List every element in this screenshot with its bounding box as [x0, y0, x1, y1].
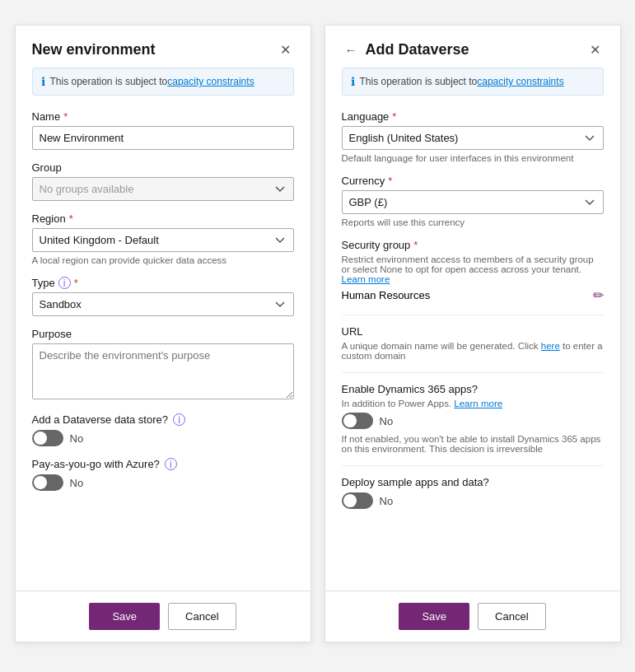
deploy-sample-toggle[interactable]: [342, 492, 373, 509]
group-label: Group: [32, 161, 294, 174]
security-group-label: Security group *: [342, 239, 604, 251]
region-field-group: Region * United Kingdom - Default A loca…: [32, 212, 294, 265]
region-required: *: [69, 212, 73, 225]
security-group-value: Human Resources: [342, 289, 431, 301]
enable-dynamics-toggle-row: No: [342, 413, 604, 429]
purpose-label: Purpose: [32, 328, 294, 340]
right-panel-title: Add Dataverse: [366, 41, 469, 58]
right-panel-footer: Save Cancel: [325, 590, 620, 642]
url-label: URL: [342, 325, 604, 338]
name-field-group: Name *: [32, 110, 294, 150]
currency-hint: Reports will use this currency: [342, 217, 604, 227]
url-here-link[interactable]: here: [541, 341, 560, 351]
right-panel-body: Language * English (United States) Defau…: [325, 104, 620, 590]
type-field-group: Type i * Sandbox: [32, 277, 294, 316]
deploy-sample-toggle-row: No: [342, 492, 604, 509]
purpose-field-group: Purpose: [32, 328, 294, 402]
enable-dynamics-warning: If not enabled, you won't be able to ins…: [342, 434, 604, 454]
right-panel-header: ← Add Dataverse ✕: [325, 26, 620, 68]
payasyougo-info-icon[interactable]: i: [165, 458, 177, 470]
language-select[interactable]: English (United States): [342, 126, 604, 150]
right-info-bar: ℹ This operation is subject to capacity …: [342, 68, 604, 96]
type-info-icon[interactable]: i: [58, 277, 71, 289]
currency-label: Currency *: [342, 175, 604, 187]
deploy-sample-label: Deploy sample apps and data?: [342, 476, 604, 488]
dataverse-toggle[interactable]: [32, 430, 63, 446]
dataverse-label-row: Add a Dataverse data store? i: [32, 413, 294, 426]
right-capacity-link[interactable]: capacity constraints: [477, 76, 563, 87]
url-description: A unique domain name will be generated. …: [342, 341, 604, 361]
currency-select[interactable]: GBP (£): [342, 190, 604, 214]
name-required: *: [63, 110, 68, 123]
type-required: *: [74, 277, 78, 289]
left-panel-title: New environment: [32, 41, 156, 58]
left-save-button[interactable]: Save: [89, 603, 160, 630]
back-button[interactable]: ←: [342, 41, 361, 58]
payasyougo-toggle-group: Pay-as-you-go with Azure? i No: [32, 458, 294, 491]
security-group-required: *: [413, 239, 418, 251]
left-info-bar: ℹ This operation is subject to capacity …: [32, 68, 294, 96]
left-cancel-button[interactable]: Cancel: [168, 603, 236, 630]
enable-dynamics-toggle[interactable]: [342, 413, 373, 429]
currency-field-group: Currency * GBP (£) Reports will use this…: [342, 175, 604, 227]
info-icon-left: ℹ: [41, 75, 45, 88]
enable-dynamics-field-group: Enable Dynamics 365 apps? In addition to…: [342, 383, 604, 454]
new-environment-panel: New environment ✕ ℹ This operation is su…: [15, 25, 311, 642]
url-field-group: URL A unique domain name will be generat…: [342, 325, 604, 361]
language-hint: Default language for user interfaces in …: [342, 153, 604, 163]
left-panel-header: New environment ✕: [16, 26, 310, 68]
deploy-sample-toggle-label: No: [380, 495, 394, 507]
region-select[interactable]: United Kingdom - Default: [32, 228, 294, 252]
edit-security-group-icon[interactable]: ✏: [593, 287, 604, 303]
region-hint: A local region can provide quicker data …: [32, 255, 294, 265]
dataverse-toggle-group: Add a Dataverse data store? i No: [32, 413, 294, 446]
enable-dynamics-toggle-label: No: [380, 415, 394, 427]
name-label: Name *: [32, 110, 294, 123]
region-label: Region *: [32, 212, 294, 225]
right-panel-close-button[interactable]: ✕: [586, 40, 604, 59]
right-panel-header-left: ← Add Dataverse: [342, 41, 469, 58]
enable-dynamics-desc: In addition to Power Apps. Learn more: [342, 399, 604, 408]
security-group-value-row: Human Resources ✏: [342, 287, 604, 303]
payasyougo-toggle-label: No: [70, 477, 84, 489]
dataverse-info-icon[interactable]: i: [173, 413, 185, 426]
language-required: *: [392, 110, 396, 123]
security-group-field-group: Security group * Restrict environment ac…: [342, 239, 604, 303]
security-group-desc: Restrict environment access to members o…: [342, 254, 604, 284]
group-select[interactable]: No groups available: [32, 177, 294, 201]
group-field-group: Group No groups available: [32, 161, 294, 201]
left-info-text: This operation is subject to: [50, 76, 168, 87]
language-field-group: Language * English (United States) Defau…: [342, 110, 604, 163]
dataverse-toggle-row: No: [32, 430, 294, 446]
deploy-sample-field-group: Deploy sample apps and data? No: [342, 476, 604, 509]
left-panel-footer: Save Cancel: [16, 590, 310, 642]
enable-dynamics-label: Enable Dynamics 365 apps?: [342, 383, 604, 395]
enable-dynamics-learn-more[interactable]: Learn more: [454, 399, 502, 408]
right-cancel-button[interactable]: Cancel: [478, 603, 545, 630]
currency-required: *: [388, 175, 392, 187]
type-select[interactable]: Sandbox: [32, 292, 294, 316]
right-info-text: This operation is subject to: [360, 76, 478, 87]
payasyougo-toggle[interactable]: [32, 474, 63, 491]
add-dataverse-panel: ← Add Dataverse ✕ ℹ This operation is su…: [325, 25, 621, 642]
language-label: Language *: [342, 110, 604, 123]
purpose-textarea[interactable]: [32, 343, 294, 399]
left-capacity-link[interactable]: capacity constraints: [167, 76, 254, 87]
left-panel-body: Name * Group No groups available Region …: [16, 104, 310, 590]
panels-container: New environment ✕ ℹ This operation is su…: [8, 16, 628, 672]
left-panel-close-button[interactable]: ✕: [277, 40, 294, 59]
payasyougo-toggle-row: No: [32, 474, 294, 491]
dataverse-toggle-label: No: [70, 432, 84, 445]
payasyougo-label-row: Pay-as-you-go with Azure? i: [32, 458, 294, 470]
right-save-button[interactable]: Save: [399, 603, 469, 630]
info-icon-right: ℹ: [351, 75, 355, 88]
type-label: Type i *: [32, 277, 294, 289]
security-group-learn-more[interactable]: Learn more: [342, 274, 390, 284]
name-input[interactable]: [32, 126, 294, 150]
